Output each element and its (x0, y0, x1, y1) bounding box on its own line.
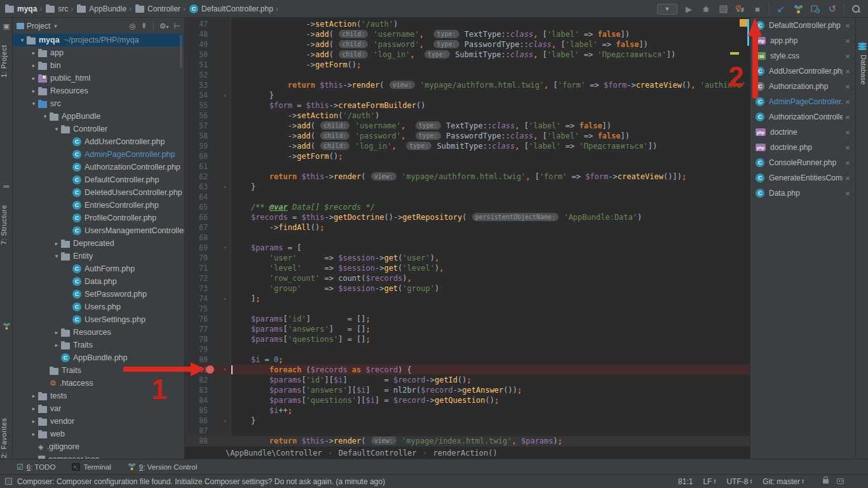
tree-item[interactable]: CProfileController.php (13, 212, 185, 224)
breakpoint-icon[interactable] (206, 365, 214, 374)
breadcrumb-item[interactable]: myqa (5, 4, 37, 13)
code-area[interactable]: 47 ->setAction('/auth')48 ->add( child: … (185, 19, 750, 446)
coverage-icon[interactable] (717, 3, 729, 15)
line-number[interactable]: 73 (185, 283, 208, 294)
close-icon[interactable]: × (843, 112, 853, 122)
tree-item[interactable]: ▸Resources (13, 326, 185, 339)
line-number[interactable]: 75 (185, 304, 208, 314)
collapsed-arrow-icon[interactable]: ▸ (29, 88, 38, 94)
locate-file-icon[interactable]: ◎ (129, 22, 135, 30)
collapse-all-icon[interactable]: ⇞ (141, 22, 147, 30)
code-line[interactable]: 86▵ } (185, 416, 750, 426)
toolwindow-tab-terminal[interactable]: >_ Terminal (72, 463, 111, 471)
line-number[interactable]: 72 (185, 273, 208, 283)
editor-breadcrumb-item[interactable]: \AppBundle\Controller (226, 449, 322, 458)
tree-item[interactable]: ▸Deprecated (13, 237, 185, 250)
debug-bug-icon[interactable] (700, 3, 712, 15)
open-file-item[interactable]: CDefaultController.php× (750, 18, 855, 33)
code-line[interactable]: 74▵ ]; (185, 294, 750, 304)
breadcrumb-item[interactable]: AppBundle (77, 4, 126, 13)
tree-item[interactable]: ▸web (13, 428, 185, 440)
collapsed-arrow-icon[interactable]: ▸ (29, 405, 38, 412)
line-number[interactable]: 47 (185, 19, 208, 29)
toolwindow-tab-version-control[interactable]: 9: Version Control (128, 463, 197, 471)
line-number[interactable]: 64 (185, 192, 208, 202)
open-file-item[interactable]: CAddUserController.php× (750, 64, 855, 79)
tree-item[interactable]: ▾myqa~/projects/PHP/myqa (13, 34, 185, 46)
tree-item[interactable]: ▸Resources (13, 85, 185, 97)
open-file-item[interactable]: CConsoleRunner.php× (750, 155, 855, 170)
collapsed-arrow-icon[interactable]: ▸ (29, 75, 38, 81)
line-number[interactable]: 78 (185, 334, 208, 344)
open-file-item[interactable]: CGenerateEntitiesCommand.php× (750, 170, 855, 186)
search-everywhere-icon[interactable] (850, 3, 862, 15)
code-line[interactable]: 53 return $this->render( view: 'mypage/a… (185, 80, 750, 90)
fold-marker-icon[interactable]: ▵ (220, 90, 229, 100)
line-number[interactable]: 66 (185, 212, 208, 222)
collapsed-arrow-icon[interactable]: ▸ (52, 342, 61, 348)
fold-marker-icon[interactable]: ▵ (220, 416, 229, 426)
code-line[interactable]: 68 (185, 233, 750, 243)
code-line[interactable]: 85 $i++; (185, 405, 750, 416)
code-line[interactable]: 55 $form = $this->createFormBuilder() (185, 100, 750, 111)
tree-item[interactable]: CDefaultController.php (13, 173, 185, 186)
open-file-item[interactable]: phpdoctrine.php× (750, 140, 855, 155)
expanded-arrow-icon[interactable]: ▾ (52, 253, 61, 259)
tree-item[interactable]: ◈.gitignore (13, 440, 185, 453)
code-line[interactable]: 67 ->findAll(); (185, 222, 750, 233)
tree-item[interactable]: CUsers.php (13, 301, 185, 313)
run-icon[interactable]: ▶ (683, 3, 695, 15)
highlighting-level-icon[interactable] (837, 478, 844, 484)
code-line[interactable]: 80 $i = 0; (185, 355, 750, 365)
code-line[interactable]: 66 $records = $this->getDoctrine()->getR… (185, 212, 750, 222)
code-line[interactable]: 75 (185, 304, 750, 314)
tree-item[interactable]: ▸public_html (13, 72, 185, 85)
close-icon[interactable]: × (843, 67, 853, 76)
fold-marker-icon[interactable]: ▿ (220, 365, 229, 375)
code-line[interactable]: 87 (185, 426, 750, 436)
breadcrumb-item[interactable]: Controller (135, 4, 180, 13)
collapsed-arrow-icon[interactable]: ▸ (29, 62, 38, 69)
code-line[interactable]: 83 $params['answers'][$i] = nl2br($recor… (185, 385, 750, 395)
code-line[interactable]: 73 'group' => $session->get('group') (185, 283, 750, 294)
editor-breadcrumb-item[interactable]: DefaultController (339, 449, 417, 458)
code-line[interactable]: 61 (185, 161, 750, 172)
caret-position-widget[interactable]: 81:1 (678, 477, 693, 486)
rollback-icon[interactable]: ↺ (827, 3, 838, 15)
close-icon[interactable]: × (843, 158, 853, 168)
code-line[interactable]: 49 ->add( child: 'password', type: Passw… (185, 39, 750, 50)
line-number[interactable]: 49 (185, 39, 208, 50)
open-file-item[interactable]: phpdoctrine× (750, 125, 855, 140)
code-line[interactable]: 82 $params['id'][$i] = $record->getId(); (185, 375, 750, 385)
open-file-item[interactable]: CAuthorization.php× (750, 79, 855, 94)
line-number[interactable]: 60 (185, 151, 208, 161)
collapsed-arrow-icon[interactable]: ▸ (52, 240, 61, 247)
tree-item[interactable]: ▾src (13, 97, 185, 110)
collapsed-arrow-icon[interactable]: ▸ (29, 418, 38, 424)
line-number[interactable]: 88 (185, 436, 208, 446)
code-line[interactable]: 76 $params['id'] = []; (185, 314, 750, 324)
fold-marker-icon[interactable]: ▵ (220, 294, 229, 304)
tree-item[interactable]: CAddUserController.php (13, 135, 185, 148)
open-file-item[interactable]: CData.php× (750, 186, 855, 201)
close-icon[interactable]: × (843, 21, 853, 30)
code-line[interactable]: 62 return $this->render( view: 'mypage/a… (185, 172, 750, 182)
toolwindow-tab-database[interactable]: Database (857, 55, 867, 85)
gear-icon[interactable]: ⚙▾ (159, 22, 169, 30)
line-number[interactable]: 56 (185, 111, 208, 121)
attach-debugger-icon[interactable] (735, 3, 746, 15)
line-number[interactable]: 84 (185, 395, 208, 405)
line-number[interactable]: 87 (185, 426, 208, 436)
line-number[interactable]: 50 (185, 50, 208, 60)
code-line[interactable]: 79 (185, 344, 750, 355)
code-line[interactable]: 50 ->add( child: 'log_in', type: SubmitT… (185, 50, 750, 60)
code-line[interactable]: 52 (185, 70, 750, 80)
project-panel-title[interactable]: Project (27, 22, 50, 30)
code-line[interactable]: 64 (185, 192, 750, 202)
close-icon[interactable]: × (843, 97, 853, 107)
tree-item[interactable]: ▸vendor (13, 415, 185, 428)
line-ending-widget[interactable]: LF▲▼ (703, 477, 716, 486)
expanded-arrow-icon[interactable]: ▾ (18, 37, 27, 43)
code-line[interactable]: 59 ->add( child: 'log_in', type: SubmitT… (185, 141, 750, 151)
collapsed-arrow-icon[interactable]: ▸ (29, 50, 38, 56)
